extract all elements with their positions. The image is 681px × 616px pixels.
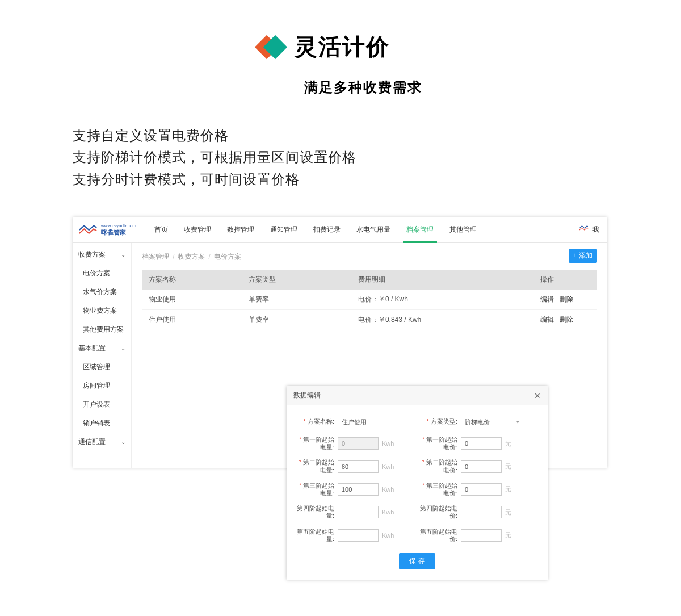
feature-list: 支持自定义设置电费价格 支持阶梯计价模式，可根据用量区间设置价格 支持分时计费模… (73, 125, 681, 190)
breadcrumb-item[interactable]: 收费方案 (178, 252, 205, 262)
input-tier5-qty[interactable] (338, 529, 379, 542)
edit-action[interactable]: 编辑 (540, 315, 554, 325)
unit-kwh: Kwh (382, 463, 396, 470)
app-logo[interactable]: www.csyndb.com 咪雀管家 (78, 224, 136, 236)
cell-detail: 电价：￥0 / Kwh (351, 290, 533, 310)
input-tier4-qty[interactable] (338, 506, 379, 518)
edit-action[interactable]: 编辑 (540, 295, 554, 304)
input-tier3-price[interactable] (461, 483, 502, 496)
feature-item: 支持阶梯计价模式，可根据用量区间设置价格 (73, 146, 681, 168)
breadcrumb-item: 电价方案 (214, 252, 241, 262)
sidebar-item-electric[interactable]: 电价方案 (73, 264, 131, 283)
nav-tab-deduct[interactable]: 扣费记录 (305, 217, 348, 243)
save-button[interactable]: 保 存 (399, 553, 435, 569)
user-label: 我 (592, 225, 599, 234)
sidebar-item-property[interactable]: 物业费方案 (73, 301, 131, 320)
sidebar-item-area[interactable]: 区域管理 (73, 358, 131, 376)
add-button[interactable]: + 添加 (569, 249, 597, 263)
sidebar-item-other-fee[interactable]: 其他费用方案 (73, 320, 131, 339)
table-row: 物业使用 单费率 电价：￥0 / Kwh 编辑 删除 (142, 290, 597, 310)
modal-header: 数据编辑 ✕ (287, 386, 548, 405)
sidebar-item-cancel-meter[interactable]: 销户销表 (73, 414, 131, 433)
label-tier3-qty: 第三阶起始电量: (297, 482, 334, 497)
logo-url: www.csyndb.com (101, 224, 136, 229)
sidebar-item-water-gas[interactable]: 水气价方案 (73, 283, 131, 301)
nav-tab-notice[interactable]: 通知管理 (262, 217, 305, 243)
label-tier3-price: 第三阶起始电价: (420, 482, 457, 497)
sidebar-group-basic[interactable]: 基本配置 ⌄ (73, 339, 131, 358)
feature-item: 支持分时计费模式，可时间设置价格 (73, 169, 681, 190)
edit-modal: 数据编辑 ✕ 方案名称: 方案类型: 阶梯电价 ▾ 第一阶起始电量: Kwh (287, 386, 548, 580)
nav-tabs: 首页 收费管理 数控管理 通知管理 扣费记录 水电气用量 档案管理 其他管理 (146, 217, 485, 243)
sidebar-item-room[interactable]: 房间管理 (73, 376, 131, 395)
chevron-down-icon: ⌄ (121, 345, 125, 351)
nav-tab-other[interactable]: 其他管理 (442, 217, 485, 243)
label-tier2-price: 第二阶起始电价: (420, 459, 457, 473)
input-tier4-price[interactable] (461, 506, 502, 518)
breadcrumb-item[interactable]: 档案管理 (142, 252, 169, 262)
close-icon[interactable]: ✕ (534, 391, 541, 400)
cell-name: 物业使用 (142, 290, 242, 310)
user-icon (579, 225, 589, 235)
logo-icon (78, 224, 98, 236)
cell-detail: 电价：￥0.843 / Kwh (351, 310, 533, 330)
nav-tab-cnc[interactable]: 数控管理 (219, 217, 262, 243)
chevron-down-icon: ⌄ (121, 439, 125, 445)
chevron-down-icon: ⌄ (121, 252, 125, 258)
cell-type: 单费率 (242, 290, 351, 310)
feature-item: 支持自定义设置电费价格 (73, 125, 681, 146)
label-tier2-qty: 第二阶起始电量: (297, 459, 334, 473)
unit-kwh: Kwh (382, 509, 396, 516)
table-row: 住户使用 单费率 电价：￥0.843 / Kwh 编辑 删除 (142, 310, 597, 330)
input-tier5-price[interactable] (461, 529, 502, 542)
label-tier1-qty: 第一阶起始电量: (297, 436, 334, 451)
unit-kwh: Kwh (382, 440, 396, 447)
input-tier3-qty[interactable] (338, 483, 379, 496)
unit-yuan: 元 (505, 439, 519, 448)
hero-title: 灵活计价 (295, 31, 390, 62)
nav-tab-usage[interactable]: 水电气用量 (348, 217, 398, 243)
chevron-down-icon: ▾ (516, 419, 519, 425)
unit-yuan: 元 (505, 508, 519, 517)
hero-subtitle: 满足多种收费需求 (45, 78, 681, 97)
delete-action[interactable]: 删除 (560, 295, 573, 304)
logo-name: 咪雀管家 (101, 229, 136, 236)
unit-yuan: 元 (505, 485, 519, 493)
sidebar-item-open-meter[interactable]: 开户设表 (73, 395, 131, 414)
cell-name: 住户使用 (142, 310, 242, 330)
user-area[interactable]: 我 (579, 225, 599, 235)
data-table: 方案名称 方案类型 费用明细 操作 物业使用 单费率 电价：￥0 / Kwh 编… (142, 270, 597, 330)
label-plan-type: 方案类型: (420, 418, 457, 425)
input-tier1-qty (338, 437, 379, 450)
diamond-icon (257, 33, 284, 61)
nav-tab-billing[interactable]: 收费管理 (176, 217, 219, 243)
label-tier5-qty: 第五阶起始电量: (297, 528, 334, 543)
input-tier2-qty[interactable] (338, 460, 379, 473)
label-plan-name: 方案名称: (297, 418, 334, 425)
unit-kwh: Kwh (382, 486, 396, 493)
input-tier1-price[interactable] (461, 437, 502, 450)
sidebar: 收费方案 ⌄ 电价方案 水气价方案 物业费方案 其他费用方案 基本配置 ⌄ 区域… (73, 243, 132, 468)
column-header: 费用明细 (351, 270, 533, 290)
column-header: 方案类型 (242, 270, 351, 290)
select-plan-type[interactable]: 阶梯电价 ▾ (461, 416, 523, 428)
input-plan-name[interactable] (338, 416, 400, 428)
cell-type: 单费率 (242, 310, 351, 330)
label-tier5-price: 第五阶起始电价: (420, 528, 457, 543)
sidebar-group-billing[interactable]: 收费方案 ⌄ (73, 245, 131, 264)
label-tier1-price: 第一阶起始电价: (420, 436, 457, 451)
input-tier2-price[interactable] (461, 460, 502, 473)
unit-kwh: Kwh (382, 532, 396, 539)
unit-yuan: 元 (505, 462, 519, 471)
nav-tab-archive[interactable]: 档案管理 (398, 217, 442, 243)
label-tier4-qty: 第四阶起始电量: (297, 505, 334, 519)
sidebar-group-comm[interactable]: 通信配置 ⌄ (73, 433, 131, 451)
unit-yuan: 元 (505, 531, 519, 539)
app-header: www.csyndb.com 咪雀管家 首页 收费管理 数控管理 通知管理 扣费… (73, 217, 607, 243)
modal-title: 数据编辑 (293, 391, 321, 400)
delete-action[interactable]: 删除 (560, 315, 573, 325)
nav-tab-home[interactable]: 首页 (146, 217, 176, 243)
label-tier4-price: 第四阶起始电价: (420, 505, 457, 519)
column-header: 操作 (533, 270, 597, 290)
column-header: 方案名称 (142, 270, 242, 290)
